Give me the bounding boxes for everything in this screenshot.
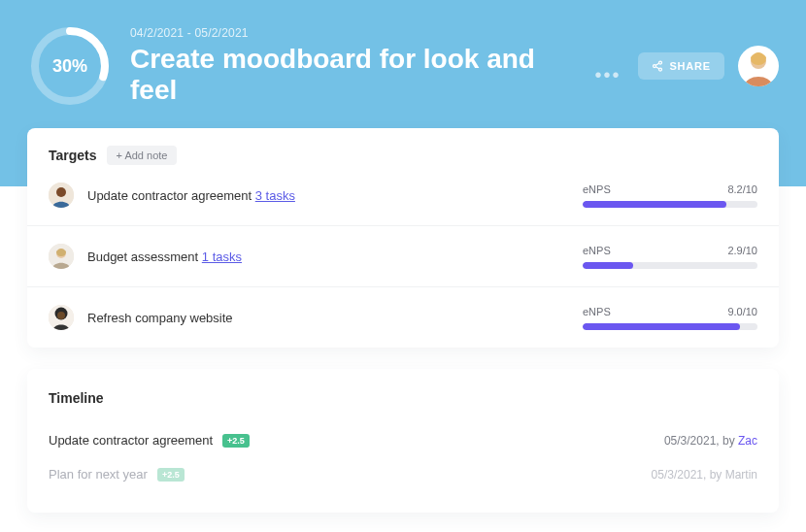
metric-block: eNPS 9.0/10 <box>583 306 757 330</box>
assignee-avatar <box>49 244 74 269</box>
share-icon <box>652 60 663 72</box>
metric-value: 8.2/10 <box>727 183 757 195</box>
target-row[interactable]: Budget assessment 1 tasks eNPS 2.9/10 <box>27 225 779 286</box>
timeline-row[interactable]: Plan for next year +2.5 05/3/2021, by Ma… <box>49 457 757 491</box>
user-avatar[interactable] <box>738 46 779 86</box>
svg-point-14 <box>57 312 65 319</box>
assignee-avatar <box>49 305 74 330</box>
target-title: Update contractor agreement 3 tasks <box>87 188 569 203</box>
metric-bar <box>583 262 757 269</box>
metric-block: eNPS 2.9/10 <box>583 245 757 269</box>
metric-label: eNPS <box>583 183 611 195</box>
more-menu-icon[interactable]: ••• <box>594 64 621 86</box>
add-note-button[interactable]: + Add note <box>107 146 178 165</box>
svg-point-4 <box>659 68 662 71</box>
svg-point-9 <box>56 187 66 197</box>
timeline-item-title: Update contractor agreement <box>49 433 213 448</box>
page-title: Create moodboard for look and feel <box>130 44 583 106</box>
timeline-meta: 05/3/2021, by Martin <box>652 468 757 482</box>
timeline-author[interactable]: Zac <box>738 434 757 448</box>
targets-card: Targets + Add note Update contractor agr… <box>27 128 779 348</box>
progress-ring: 30% <box>27 23 113 109</box>
timeline-item-title: Plan for next year <box>49 467 148 482</box>
targets-heading: Targets <box>49 148 97 163</box>
svg-point-2 <box>659 61 662 64</box>
assignee-avatar <box>49 183 74 208</box>
metric-value: 9.0/10 <box>727 306 757 317</box>
metric-label: eNPS <box>583 245 611 256</box>
progress-percent-label: 30% <box>27 23 113 109</box>
tasks-link[interactable]: 1 tasks <box>202 249 242 264</box>
timeline-row[interactable]: Update contractor agreement +2.5 05/3/20… <box>49 423 757 457</box>
share-button[interactable]: SHARE <box>638 52 724 80</box>
metric-block: eNPS 8.2/10 <box>583 183 757 208</box>
timeline-meta: 05/3/2021, by Zac <box>664 434 757 448</box>
target-row[interactable]: Update contractor agreement 3 tasks eNPS… <box>27 173 779 225</box>
timeline-author[interactable]: Martin <box>725 468 757 482</box>
metric-label: eNPS <box>583 306 611 317</box>
delta-badge: +2.5 <box>222 434 250 448</box>
delta-badge: +2.5 <box>157 468 185 482</box>
metric-value: 2.9/10 <box>727 245 757 256</box>
svg-line-6 <box>656 67 659 69</box>
svg-line-5 <box>656 63 659 65</box>
timeline-card: Timeline Update contractor agreement +2.… <box>27 369 779 513</box>
timeline-heading: Timeline <box>49 390 757 406</box>
target-title: Budget assessment 1 tasks <box>87 249 569 264</box>
target-title: Refresh company website <box>87 311 569 325</box>
tasks-link[interactable]: 3 tasks <box>255 188 295 203</box>
target-row[interactable]: Refresh company website eNPS 9.0/10 <box>27 286 779 348</box>
share-button-label: SHARE <box>669 60 711 72</box>
metric-bar <box>583 323 757 330</box>
date-range: 04/2/2021 - 05/2/2021 <box>130 26 621 40</box>
svg-point-3 <box>654 65 656 68</box>
metric-bar <box>583 201 757 208</box>
